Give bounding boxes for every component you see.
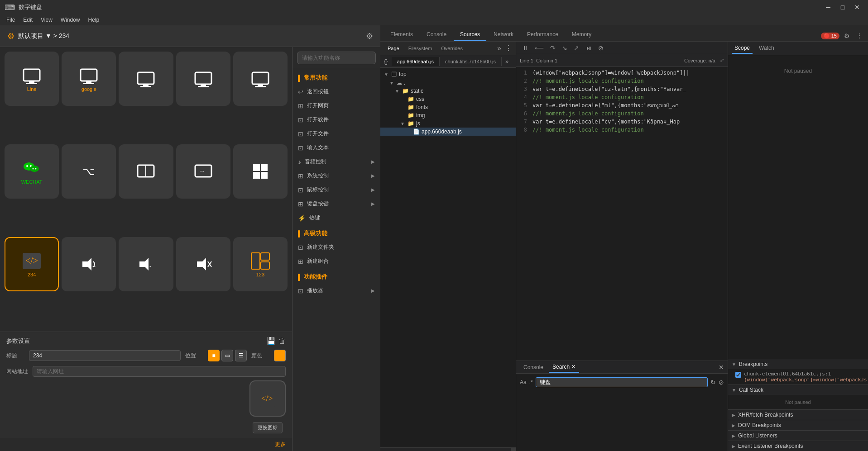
tree-static[interactable]: ▼ 📁 static xyxy=(380,87,516,95)
grid-cell-monitor2[interactable] xyxy=(119,144,173,199)
icon-preview[interactable]: </> xyxy=(249,380,286,417)
grid-cell-alt[interactable]: ⌥ xyxy=(62,144,116,199)
tree-fonts[interactable]: 📁 fonts xyxy=(380,103,516,111)
refresh-search-icon[interactable]: ↻ xyxy=(710,379,716,386)
grid-cell-mute[interactable] xyxy=(176,237,230,291)
tab-sources[interactable]: Sources xyxy=(454,28,486,41)
func-input-text[interactable]: ⊡ 输入文本 xyxy=(293,141,380,155)
grid-cell-5[interactable] xyxy=(233,52,288,106)
title-input[interactable] xyxy=(29,350,181,361)
scope-tab-watch[interactable]: Watch xyxy=(756,43,777,54)
step-over-button[interactable]: ↷ xyxy=(548,43,558,53)
grid-cell-voldown[interactable]: - xyxy=(119,237,173,291)
grid-cell-123[interactable]: 123 xyxy=(233,237,288,291)
clear-search-icon[interactable]: ⊘ xyxy=(719,379,724,386)
continue-button[interactable]: ⏯ xyxy=(583,43,594,53)
tree-dot[interactable]: ▼ ☁ . xyxy=(380,79,516,87)
tab-performance[interactable]: Performance xyxy=(521,28,565,41)
dom-breakpoints-header[interactable]: ▶ DOM Breakpoints xyxy=(728,420,868,430)
code-content[interactable]: 1 (window["webpackJsonp"]=window["webpac… xyxy=(516,67,728,361)
step-back-button[interactable]: ⟵ xyxy=(532,43,546,53)
func-audio-control[interactable]: ♪ 音频控制 ▶ xyxy=(293,155,380,169)
search-tab-close-icon[interactable]: ✕ xyxy=(571,364,575,370)
tab-page[interactable]: Page xyxy=(384,44,403,53)
grid-cell-monitor3[interactable]: → xyxy=(176,144,230,199)
open-file-1[interactable]: app.660deaab.js xyxy=(392,57,440,66)
tab-elements[interactable]: Elements xyxy=(384,28,419,41)
settings-icon[interactable]: ⚙ xyxy=(842,30,852,41)
tab-network[interactable]: Network xyxy=(487,28,520,41)
delete-params-button[interactable]: 🗑 xyxy=(278,337,286,345)
func-player[interactable]: ⊡ 播放器 ▶ xyxy=(293,284,380,298)
grid-cell-234[interactable]: </> 234 xyxy=(5,237,59,291)
settings-gear-icon[interactable]: ⚙ xyxy=(366,31,373,41)
more-link[interactable]: 更多 xyxy=(0,438,292,451)
open-file-2[interactable]: chunk-libs.7c146b00.js xyxy=(440,57,502,66)
file-tree-menu-icon[interactable]: ⋮ xyxy=(505,44,512,52)
position-btn-3[interactable]: ☰ xyxy=(235,350,247,361)
color-picker[interactable] xyxy=(274,350,286,361)
func-system-control[interactable]: ⊞ 系统控制 ▶ xyxy=(293,169,380,183)
scope-tab-scope[interactable]: Scope xyxy=(732,43,753,54)
pause-button[interactable]: ⏸ xyxy=(520,43,531,53)
tab-overrides[interactable]: Overrides xyxy=(437,44,466,53)
menu-help[interactable]: Help xyxy=(85,16,103,24)
search-input[interactable] xyxy=(536,377,708,387)
bottom-tab-search[interactable]: Search ✕ xyxy=(549,362,579,373)
grid-cell-wechat[interactable]: WECHAT xyxy=(5,144,59,199)
change-icon-button[interactable]: 更换图标 xyxy=(253,422,283,433)
close-button[interactable]: ✕ xyxy=(851,3,863,12)
func-keyboard[interactable]: ⊞ 键盘按键 ▶ xyxy=(293,197,380,211)
global-listeners-header[interactable]: ▶ Global Listeners xyxy=(728,431,868,441)
xhr-breakpoints-header[interactable]: ▶ XHR/fetch Breakpoints xyxy=(728,410,868,420)
function-search-input[interactable] xyxy=(297,52,376,64)
position-btn-2[interactable]: ▭ xyxy=(221,350,233,361)
event-listener-header[interactable]: ▶ Event Listener Breakpoints xyxy=(728,441,868,451)
tree-css[interactable]: 📁 css xyxy=(380,95,516,103)
minimize-button[interactable]: ─ xyxy=(822,3,834,12)
func-open-file[interactable]: ⊡ 打开文件 xyxy=(293,127,380,141)
expand-right-icon[interactable]: » xyxy=(502,58,512,65)
breakpoints-header[interactable]: ▼ Breakpoints xyxy=(728,359,868,369)
func-open-url[interactable]: ⊞ 打开网页 xyxy=(293,99,380,113)
step-out-button[interactable]: ↗ xyxy=(571,43,581,53)
tree-top[interactable]: ▼ ☐ top xyxy=(380,70,516,79)
step-into-button[interactable]: ↘ xyxy=(560,43,570,53)
tab-memory[interactable]: Memory xyxy=(566,28,598,41)
call-stack-header[interactable]: ▼ Call Stack xyxy=(728,385,868,395)
menu-window[interactable]: Window xyxy=(57,16,84,24)
grid-cell-google[interactable]: google xyxy=(62,52,116,106)
func-back-button[interactable]: ↩ 返回按钮 xyxy=(293,85,380,99)
bottom-tab-console[interactable]: Console xyxy=(520,362,547,372)
func-mouse-control[interactable]: ⊡ 鼠标控制 ▶ xyxy=(293,183,380,197)
tree-app-js[interactable]: 📄 app.660deaab.js xyxy=(380,128,516,136)
menu-view[interactable]: View xyxy=(37,16,56,24)
menu-file[interactable]: File xyxy=(3,16,19,24)
save-params-button[interactable]: 💾 xyxy=(267,337,276,345)
grid-cell-win[interactable] xyxy=(233,144,288,199)
menu-edit[interactable]: Edit xyxy=(19,16,36,24)
func-open-software[interactable]: ⊡ 打开软件 xyxy=(293,113,380,127)
file-tree-more-icon[interactable]: » xyxy=(497,44,501,52)
maximize-button[interactable]: □ xyxy=(836,3,849,12)
regex-toggle[interactable]: .* xyxy=(529,379,533,385)
expand-code-icon[interactable]: ⤢ xyxy=(720,57,724,63)
close-bottom-panel-icon[interactable]: ✕ xyxy=(719,364,724,371)
tab-console[interactable]: Console xyxy=(420,28,453,41)
format-icon[interactable]: {} xyxy=(380,58,392,65)
grid-cell-3[interactable] xyxy=(119,52,173,106)
more-tabs-icon[interactable]: ⋮ xyxy=(854,30,864,41)
tab-filesystem[interactable]: Filesystem xyxy=(405,44,436,53)
breakpoint-checkbox-1[interactable] xyxy=(735,372,741,378)
position-btn-1[interactable]: ■ xyxy=(208,350,220,361)
func-new-folder[interactable]: ⊡ 新建文件夹 xyxy=(293,240,380,254)
grid-cell-line[interactable]: Line xyxy=(5,52,59,106)
func-hotkey[interactable]: ⚡ 热键 xyxy=(293,211,380,225)
grid-cell-4[interactable] xyxy=(176,52,230,106)
deactivate-button[interactable]: ⊘ xyxy=(596,43,606,53)
url-input[interactable] xyxy=(33,366,286,377)
func-new-group[interactable]: ⊞ 新建组合 xyxy=(293,254,380,268)
tree-img[interactable]: 📁 img xyxy=(380,111,516,119)
tree-js[interactable]: ▼ 📁 js xyxy=(380,119,516,128)
grid-cell-volup[interactable]: + xyxy=(62,237,116,291)
